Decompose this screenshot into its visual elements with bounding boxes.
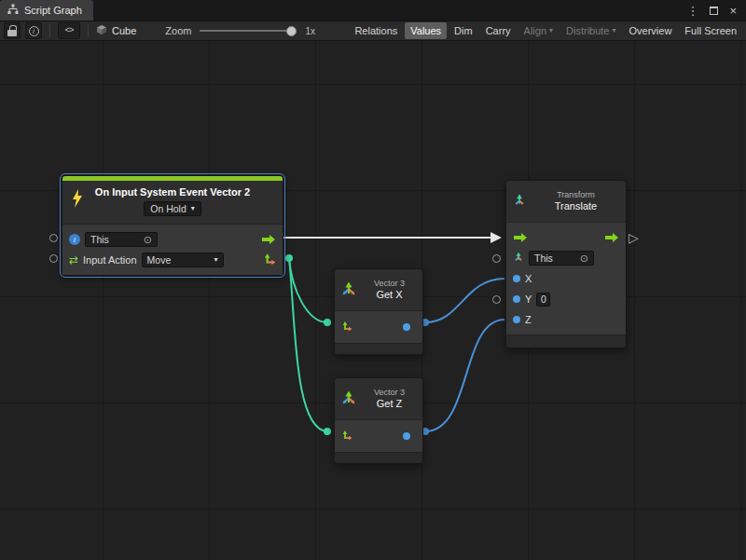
zoom-slider[interactable] xyxy=(200,24,297,37)
node-footer xyxy=(506,335,626,348)
maximize-glyph xyxy=(710,7,718,15)
menu-icon[interactable]: ⋮ xyxy=(686,5,698,17)
value-port-row xyxy=(341,426,416,446)
graph-canvas[interactable]: On Input System Event Vector 2 On Hold ▾… xyxy=(0,41,746,560)
vector-input-port[interactable] xyxy=(341,430,352,443)
event-this-external-port[interactable] xyxy=(49,234,58,242)
node-category: Transform xyxy=(532,190,620,200)
node-title: Get X xyxy=(362,289,417,302)
node-title: On Input System Event Vector 2 xyxy=(70,186,275,198)
fullscreen-button[interactable]: Full Screen xyxy=(679,22,742,39)
align-dropdown[interactable]: Align ▾ xyxy=(518,22,559,39)
chevron-down-icon: ▾ xyxy=(214,256,218,264)
this-target-field[interactable]: This ⊙ xyxy=(85,232,158,247)
relations-button[interactable]: Relations xyxy=(349,22,403,39)
translate-flow-continuation-port[interactable]: ▷ xyxy=(629,231,639,244)
chevron-down-icon: ▾ xyxy=(613,27,616,34)
chevron-down-icon: ▾ xyxy=(549,27,553,34)
window-controls: ⋮ × xyxy=(677,0,746,20)
graph-toolbar: i <> Cube Zoom 1x Relations Values Dim C… xyxy=(0,20,746,41)
y-label: Y xyxy=(525,294,532,305)
object-picker-icon[interactable]: ⊙ xyxy=(580,253,588,265)
node-translate[interactable]: Transform Translate xyxy=(505,180,627,348)
dim-button[interactable]: Dim xyxy=(449,22,478,39)
node-body xyxy=(335,310,422,343)
vector2-output-port[interactable] xyxy=(263,253,276,267)
z-label: Z xyxy=(525,314,532,325)
node-on-input-system-event[interactable]: On Input System Event Vector 2 On Hold ▾… xyxy=(62,175,283,276)
input-action-value: Move xyxy=(147,254,172,266)
z-input-port[interactable] xyxy=(513,316,520,323)
node-footer xyxy=(335,452,422,463)
vector2-wire-to-getz[interactable] xyxy=(289,258,327,431)
vector2-wire-to-getx[interactable] xyxy=(289,258,327,322)
event-action-external-port[interactable] xyxy=(49,254,58,263)
flow-input-port[interactable] xyxy=(513,232,528,243)
lock-icon xyxy=(7,30,17,36)
on-hold-dropdown[interactable]: On Hold ▾ xyxy=(144,201,201,216)
x-value-output-port[interactable] xyxy=(403,323,410,331)
this-value: This xyxy=(90,234,109,245)
y-input-port[interactable] xyxy=(513,295,520,303)
node-category: Vector 3 xyxy=(362,279,417,289)
this-target-field[interactable]: This ⊙ xyxy=(529,251,594,266)
distribute-dropdown[interactable]: Distribute ▾ xyxy=(560,22,621,39)
y-value-field[interactable]: 0 xyxy=(536,293,550,307)
info-icon: i xyxy=(29,26,39,36)
gameobject-icon: i xyxy=(69,234,80,245)
flow-port-row xyxy=(513,228,619,247)
flow-output-port[interactable] xyxy=(604,232,619,243)
getx-input-dot[interactable] xyxy=(324,319,331,326)
toolbar-divider xyxy=(88,24,89,37)
node-body xyxy=(335,419,422,452)
this-port-row: i This ⊙ xyxy=(69,230,276,249)
node-title: Get Z xyxy=(362,398,417,411)
close-icon[interactable]: × xyxy=(729,5,737,17)
node-header: On Input System Event Vector 2 On Hold ▾ xyxy=(62,181,283,224)
node-get-x[interactable]: Vector 3 Get X xyxy=(334,268,423,355)
vector2-output-dot[interactable] xyxy=(285,254,293,262)
node-header-text: Vector 3 Get Z xyxy=(362,388,417,411)
input-action-port-row: ⇄ Input Action Move ▾ xyxy=(69,251,276,269)
zoom-value: 1x xyxy=(305,26,315,36)
tab-bar: Script Graph ⋮ × xyxy=(0,0,746,20)
zoom-slider-knob[interactable] xyxy=(286,26,297,36)
value-port-row xyxy=(341,317,416,337)
maximize-icon[interactable] xyxy=(710,5,718,17)
node-header: Transform Translate xyxy=(506,181,626,222)
input-action-dropdown[interactable]: Move ▾ xyxy=(142,253,224,267)
mode-value: On Hold xyxy=(150,203,186,214)
flow-output-port[interactable] xyxy=(261,234,276,245)
tab-script-graph[interactable]: Script Graph xyxy=(0,0,93,20)
x-port-row: X xyxy=(513,269,619,288)
tab-label: Script Graph xyxy=(24,5,82,16)
object-picker-icon[interactable]: ⊙ xyxy=(144,234,152,246)
getz-input-dot[interactable] xyxy=(324,428,331,435)
carry-button[interactable]: Carry xyxy=(480,22,517,39)
x-input-port[interactable] xyxy=(513,275,520,282)
edit-script-button[interactable]: <> xyxy=(58,22,80,39)
translate-this-external-port[interactable] xyxy=(492,254,501,263)
node-get-z[interactable]: Vector 3 Get Z xyxy=(334,377,423,464)
value-wire-getz-to-z[interactable] xyxy=(425,320,504,431)
node-body: i This ⊙ ⇄ Input Action Move ▾ xyxy=(62,224,283,275)
overview-button[interactable]: Overview xyxy=(624,22,678,39)
target-object-label: Cube xyxy=(112,25,136,36)
lightning-icon xyxy=(71,189,84,210)
code-icon: <> xyxy=(65,26,74,35)
node-category: Vector 3 xyxy=(362,388,417,398)
inspect-button[interactable]: i xyxy=(25,22,42,39)
zoom-slider-track xyxy=(200,30,297,32)
unity-script-graph-window: Script Graph ⋮ × i <> Cube Zoom 1x xyxy=(0,0,746,560)
z-value-output-port[interactable] xyxy=(403,432,410,440)
translate-y-external-port[interactable] xyxy=(492,295,501,304)
values-button[interactable]: Values xyxy=(405,22,447,39)
lock-button[interactable] xyxy=(4,22,21,39)
x-label: X xyxy=(525,273,532,284)
script-graph-icon xyxy=(7,4,19,17)
node-header-text: Vector 3 Get X xyxy=(362,279,417,302)
vector3-icon xyxy=(340,280,357,299)
vector3-icon xyxy=(340,389,357,408)
vector-input-port[interactable] xyxy=(341,321,352,334)
z-port-row: Z xyxy=(513,310,619,329)
